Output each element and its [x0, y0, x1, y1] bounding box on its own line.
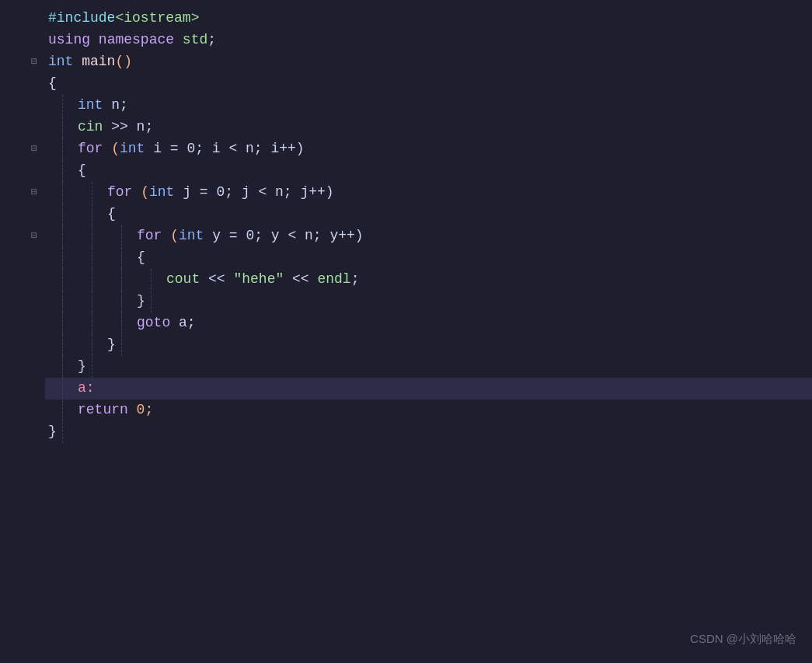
token: int	[179, 225, 204, 247]
token: }	[137, 291, 145, 312]
gutter-10	[23, 204, 45, 225]
line-content-5: int n;	[45, 95, 812, 117]
gutter-15	[23, 312, 45, 334]
gutter-2	[23, 30, 45, 51]
token: int	[48, 51, 73, 73]
line-5: int n;	[23, 95, 812, 117]
line-18: a:	[23, 378, 812, 400]
gutter-14	[23, 291, 45, 312]
gutter-6	[23, 117, 45, 138]
token: }	[107, 334, 116, 356]
token: {	[48, 73, 57, 95]
gutter-12	[23, 247, 45, 269]
line-7: ⊟for (int i = 0; i < n; i++)	[23, 138, 812, 160]
line-content-1: #include<iostream>	[45, 8, 812, 30]
token: >> n;	[103, 117, 153, 138]
token: n;	[103, 95, 127, 117]
line-19: return 0;	[23, 400, 812, 421]
line-4: {	[23, 73, 812, 95]
token: for	[137, 225, 162, 247]
line-content-6: cin >> n;	[45, 117, 812, 138]
token: for	[78, 138, 103, 160]
token: i = 0; i < n; i++)	[145, 138, 304, 160]
gutter-5	[23, 95, 45, 117]
watermark: CSDN @小刘哈哈哈	[690, 630, 796, 647]
token	[90, 30, 99, 51]
token: cin	[78, 117, 103, 138]
gutter-18	[23, 378, 45, 400]
token: j = 0; j < n; j++)	[174, 182, 333, 204]
fold-btn-9[interactable]: ⊟	[31, 185, 37, 201]
token: (	[132, 182, 149, 204]
line-10: {	[23, 204, 812, 225]
line-content-19: return 0;	[45, 400, 812, 421]
line-1: #include<iostream>	[23, 8, 812, 30]
line-content-7: for (int i = 0; i < n; i++)	[45, 138, 812, 160]
line-content-8: {	[45, 160, 812, 182]
token: }	[78, 356, 86, 378]
line-content-9: for (int j = 0; j < n; j++)	[45, 182, 812, 204]
line-content-15: goto a;	[45, 312, 812, 334]
line-13: cout << "hehe" << endl;	[23, 269, 812, 291]
token: ()	[115, 51, 132, 73]
token: return	[78, 400, 128, 421]
gutter-9: ⊟	[23, 182, 45, 204]
gutter-17	[23, 356, 45, 378]
line-content-4: {	[45, 73, 812, 95]
gutter-8	[23, 160, 45, 182]
token: namespace	[99, 30, 174, 51]
line-content-12: {	[45, 247, 812, 269]
token: {	[78, 160, 86, 182]
line-9: ⊟for (int j = 0; j < n; j++)	[23, 182, 812, 204]
line-17: }	[23, 356, 812, 378]
fold-btn-7[interactable]: ⊟	[31, 141, 37, 157]
line-8: {	[23, 160, 812, 182]
token: a;	[170, 312, 195, 334]
token: for	[107, 182, 132, 204]
token: <<	[284, 269, 317, 291]
line-content-3: int main()	[45, 51, 812, 73]
line-content-10: {	[45, 204, 812, 225]
line-2: using namespace std;	[23, 30, 812, 51]
line-content-2: using namespace std;	[45, 30, 812, 51]
gutter-11: ⊟	[23, 225, 45, 247]
token: "hehe"	[233, 269, 284, 291]
code-lines: #include<iostream>using namespace std;⊟i…	[0, 8, 812, 443]
token: a:	[78, 378, 95, 400]
line-content-18: a:	[45, 378, 812, 400]
token: ;	[207, 30, 216, 51]
token: endl	[317, 269, 350, 291]
token	[174, 30, 183, 51]
line-content-13: cout << "hehe" << endl;	[45, 269, 812, 291]
line-3: ⊟int main()	[23, 51, 812, 73]
token: ;	[351, 269, 360, 291]
token: int	[120, 138, 145, 160]
token: <<	[200, 269, 233, 291]
gutter-3: ⊟	[23, 51, 45, 73]
line-11: ⊟for (int y = 0; y < n; y++)	[23, 225, 812, 247]
token: #include	[48, 8, 115, 30]
code-editor: #include<iostream>using namespace std;⊟i…	[0, 0, 812, 663]
gutter-4	[23, 73, 45, 95]
token: <iostream>	[115, 8, 199, 30]
token: {	[107, 204, 116, 225]
fold-btn-11[interactable]: ⊟	[31, 229, 37, 244]
token: y = 0; y < n; y++)	[204, 225, 363, 247]
token: }	[48, 421, 57, 443]
token: using	[48, 30, 90, 51]
token	[73, 51, 82, 73]
fold-btn-3[interactable]: ⊟	[31, 54, 37, 70]
line-16: }	[23, 334, 812, 356]
line-12: {	[23, 247, 812, 269]
token: {	[137, 247, 145, 269]
line-content-17: }	[45, 356, 812, 378]
gutter-1	[23, 8, 45, 30]
line-content-14: }	[45, 291, 812, 312]
line-6: cin >> n;	[23, 117, 812, 138]
line-content-16: }	[45, 334, 812, 356]
line-content-11: for (int y = 0; y < n; y++)	[45, 225, 812, 247]
line-content-20: }	[45, 421, 812, 443]
gutter-20	[23, 421, 45, 443]
token: goto	[137, 312, 170, 334]
line-15: goto a;	[23, 312, 812, 334]
